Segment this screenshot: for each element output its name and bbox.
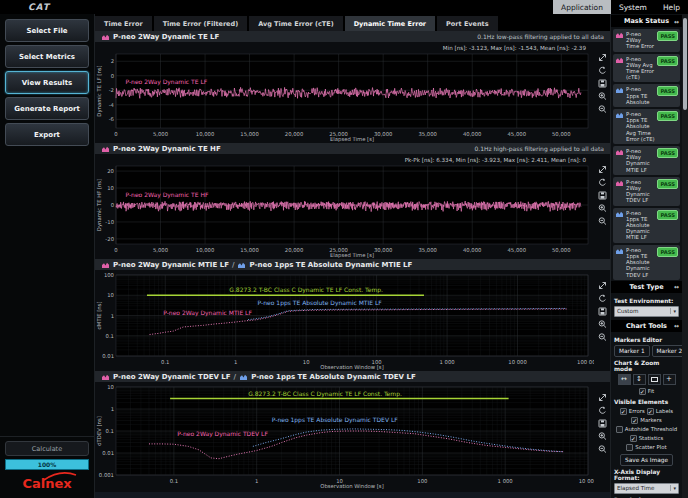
mask-status-entry[interactable]: P-neo 1pps TE AbsolutePASS: [613, 84, 680, 107]
tab-port-events[interactable]: Port Events: [437, 16, 498, 31]
zoom-out-icon[interactable]: [597, 332, 608, 343]
refresh-icon[interactable]: [597, 65, 608, 76]
visible-elements-checkboxes: ✓Errors✓Labels✓MarkersAutohide Threshold…: [614, 407, 679, 452]
zoom-box-icon[interactable]: [648, 374, 661, 385]
mask-entry-label: P-neo 1pps TE Absolute: [626, 86, 655, 105]
marker-button-marker-1[interactable]: Marker 1: [614, 345, 650, 357]
expand-icon[interactable]: [597, 392, 608, 403]
checkbox-unchecked[interactable]: [616, 426, 623, 433]
mask-entry-label: P-neo 2Way Avg Time Error (cTE): [626, 56, 655, 81]
status-badge: PASS: [657, 148, 678, 158]
crosshair-icon[interactable]: +: [663, 374, 676, 385]
mask-entry-label: P-neo 1pps TE Absolute Dynamic TDEV LF: [626, 247, 655, 278]
sidebar-button-view-results[interactable]: View Results: [5, 71, 89, 94]
svg-text:15,000: 15,000: [240, 131, 259, 137]
zoom-out-icon[interactable]: [597, 104, 608, 115]
expand-icon[interactable]: [597, 280, 608, 291]
expand-icon[interactable]: [597, 164, 608, 175]
checkbox-checked[interactable]: ✓: [647, 408, 654, 415]
fit-checkbox-item: ✓Fit: [639, 388, 654, 395]
save-image-icon[interactable]: [597, 306, 608, 317]
save-as-image-button[interactable]: Save As Image: [620, 454, 673, 466]
pan-vertical-icon[interactable]: ↕: [633, 374, 646, 385]
mask-status-entry[interactable]: P-neo 1pps TE Absolute Dynamic MTIE LFPA…: [613, 208, 680, 243]
test-type-header[interactable]: Test Type ↔: [611, 281, 682, 293]
mask-entry-label: P-neo 2Way Time Error: [626, 31, 655, 50]
blue-chart-icon: [239, 373, 248, 381]
chart-title-row: P-neo 2Way Dynamic TE LF0.1Hz low-pass f…: [95, 31, 610, 42]
xaxis-format-select[interactable]: Elapsed Time ▾: [614, 483, 679, 494]
status-badge: PASS: [657, 179, 678, 189]
mask-label: G.8273.2 T-BC Class C Dynamic TE LF Cons…: [248, 390, 402, 398]
collapse-panel-icon[interactable]: ↔: [674, 283, 679, 290]
chart-canvas-1[interactable]: 05,00010,00015,00020,00025,00030,00035,0…: [95, 42, 594, 143]
scrollbar-thumb[interactable]: [683, 18, 687, 110]
markers-row: Marker 1Marker 2: [614, 345, 679, 357]
pink-chart-icon: [101, 373, 110, 381]
test-environment-select[interactable]: Custom ▾: [614, 306, 679, 317]
refresh-icon[interactable]: [597, 177, 608, 188]
visible-elements-label: Visible Elements: [614, 399, 679, 405]
chart-canvas-2[interactable]: 05,00010,00015,00020,00025,00030,00035,0…: [95, 154, 594, 259]
sidebar-button-generate-report[interactable]: Generate Report: [5, 97, 89, 120]
chart-row: 05,00010,00015,00020,00025,00030,00035,0…: [95, 154, 610, 259]
checkbox-checked[interactable]: ✓: [620, 408, 627, 415]
refresh-icon[interactable]: [597, 405, 608, 416]
save-image-icon[interactable]: [597, 418, 608, 429]
checkbox-label: Scatter Plot: [635, 444, 666, 450]
zoom-in-icon[interactable]: [597, 203, 608, 214]
main-area: Time ErrorTime Error (Filtered)Avg Time …: [95, 14, 610, 498]
scrollbar[interactable]: [682, 14, 688, 498]
svg-text:-4: -4: [109, 102, 115, 108]
menu-item-application[interactable]: Application: [553, 0, 611, 14]
refresh-icon[interactable]: [597, 293, 608, 304]
save-image-icon[interactable]: [597, 190, 608, 201]
tab-avg-time-error-cte-[interactable]: Avg Time Error (cTE): [249, 16, 343, 31]
menu-item-system[interactable]: System: [611, 0, 655, 14]
svg-text:10 000: 10 000: [508, 359, 527, 365]
calculate-button[interactable]: Calculate: [5, 441, 89, 456]
collapse-panel-icon[interactable]: ↔: [674, 322, 679, 329]
mask-status-header[interactable]: Mask Status ↔: [611, 15, 682, 27]
zoom-in-icon[interactable]: [597, 431, 608, 442]
bottom-strip: [95, 492, 610, 498]
save-image-icon[interactable]: [597, 78, 608, 89]
zoom-in-icon[interactable]: [597, 319, 608, 330]
sidebar-button-export[interactable]: Export: [5, 123, 89, 146]
mask-status-entry[interactable]: P-neo 2Way Avg Time Error (cTE)PASS: [613, 54, 680, 83]
mask-status-entry[interactable]: P-neo 2Way Dynamic MTIE LFPASS: [613, 146, 680, 175]
zoom-in-icon[interactable]: [597, 91, 608, 102]
mask-status-entry[interactable]: P-neo 2Way Time ErrorPASS: [613, 29, 680, 52]
chart-canvas-4[interactable]: 0.11101001 00010 0001010.10.010.001Obser…: [95, 382, 594, 490]
checkbox-checked[interactable]: ✓: [631, 417, 638, 424]
checkbox-unchecked[interactable]: [626, 444, 633, 451]
collapse-panel-icon[interactable]: ↔: [674, 18, 679, 25]
checkbox-checked[interactable]: ✓: [639, 388, 646, 395]
filter-note: 0.1Hz high-pass filtering applied to all…: [474, 145, 604, 152]
chart-tools-header[interactable]: Chart Tools ↔: [611, 320, 682, 332]
menu-item-help[interactable]: Help: [655, 0, 688, 14]
tab-time-error[interactable]: Time Error: [95, 16, 152, 31]
mask-status-entry[interactable]: P-neo 2Way Dynamic TDEV LFPASS: [613, 177, 680, 206]
chart-canvas-3[interactable]: 0.11101001 00010 000100 0001001010.10.01…: [95, 270, 594, 371]
chart-row: 0.11101001 00010 000100 0001001010.10.01…: [95, 270, 610, 371]
chart-title: P-neo 2Way Dynamic TE LF: [113, 33, 219, 41]
zoom-out-icon[interactable]: [597, 444, 608, 455]
visible-element-statistics: ✓Statistics: [630, 435, 664, 442]
test-type-section: Test Environment: Custom ▾: [611, 293, 682, 319]
mask-status-entry[interactable]: P-neo 1pps TE Absolute Dynamic TDEV LFPA…: [613, 245, 680, 280]
pan-horizontal-icon[interactable]: ↔: [618, 374, 631, 385]
checkbox-checked[interactable]: ✓: [630, 435, 637, 442]
right-sidebar: Mask Status ↔ P-neo 2Way Time ErrorPASSP…: [610, 14, 682, 498]
sidebar-button-select-metrics[interactable]: Select Metrics: [5, 45, 89, 68]
series-label: P-neo 1pps TE Absolute Dynamic MTIE LF: [258, 299, 383, 307]
tab-dynamic-time-error[interactable]: Dynamic Time Error: [345, 16, 435, 31]
marker-button-marker-2[interactable]: Marker 2: [652, 345, 682, 357]
expand-icon[interactable]: [597, 52, 608, 63]
test-environment-value: Custom: [617, 308, 668, 314]
mask-status-entry[interactable]: P-neo 1pps TE Absolute Avg Time Error (c…: [613, 109, 680, 144]
zoom-out-icon[interactable]: [597, 216, 608, 227]
sidebar-button-select-file[interactable]: Select File: [5, 19, 89, 42]
tab-time-error-filtered-[interactable]: Time Error (Filtered): [154, 16, 248, 31]
chart-title: P-neo 1pps TE Absolute Dynamic TDEV LF: [251, 373, 416, 381]
